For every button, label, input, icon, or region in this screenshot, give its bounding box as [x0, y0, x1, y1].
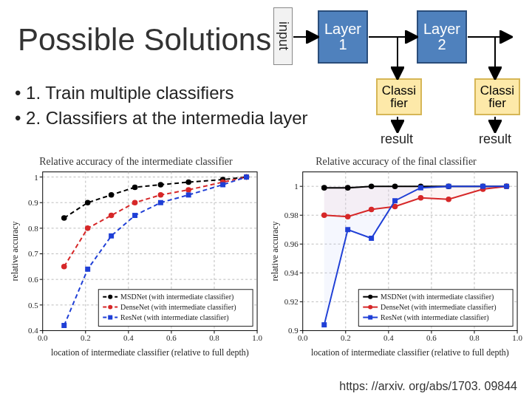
svg-point-127 [345, 214, 351, 219]
svg-text:1: 1 [34, 173, 38, 182]
svg-rect-136 [369, 236, 374, 241]
svg-rect-137 [392, 198, 398, 203]
svg-rect-69 [220, 183, 225, 188]
svg-text:0.9: 0.9 [28, 198, 38, 207]
svg-text:1.0: 1.0 [252, 333, 262, 342]
svg-point-120 [369, 183, 375, 189]
svg-point-51 [158, 182, 164, 188]
citation: https: //arxiv. org/abs/1703. 09844 [339, 380, 517, 393]
svg-rect-64 [85, 267, 90, 272]
svg-point-128 [369, 207, 375, 213]
svg-point-73 [108, 295, 112, 299]
svg-text:location of intermediate class: location of intermediate classifier (rel… [51, 347, 249, 358]
svg-rect-140 [480, 184, 485, 189]
svg-text:0.4: 0.4 [28, 326, 38, 335]
svg-point-56 [85, 225, 91, 231]
svg-text:Relative accuracy of the final: Relative accuracy of the final classifie… [316, 156, 477, 167]
svg-rect-134 [321, 322, 327, 327]
svg-text:relative accuracy: relative accuracy [270, 221, 280, 281]
svg-point-52 [185, 180, 191, 185]
svg-text:0.8: 0.8 [209, 333, 219, 342]
svg-text:0.96: 0.96 [284, 239, 299, 248]
svg-rect-70 [244, 174, 249, 180]
svg-text:ResNet (with intermediate clas: ResNet (with intermediate classifier) [120, 313, 229, 322]
svg-point-57 [109, 213, 115, 219]
chart-left: Relative accuracy of the intermediate cl… [7, 154, 265, 361]
svg-text:1: 1 [294, 182, 298, 191]
svg-text:MSDNet (with intermediate clas: MSDNet (with intermediate classifier) [381, 293, 494, 301]
svg-text:0.2: 0.2 [81, 333, 91, 342]
svg-point-131 [446, 197, 451, 202]
svg-rect-68 [186, 192, 191, 197]
bullets: • 1. Train multiple classifiers • 2. Cla… [15, 81, 308, 132]
svg-text:Relative accuracy of the inter: Relative accuracy of the intermediate cl… [39, 156, 233, 167]
svg-rect-135 [345, 227, 350, 232]
svg-point-130 [418, 195, 424, 201]
svg-point-119 [345, 185, 351, 191]
svg-point-118 [321, 185, 327, 191]
svg-text:0.0: 0.0 [38, 333, 48, 342]
svg-text:0.98: 0.98 [284, 211, 299, 219]
svg-text:MSDNet (with intermediate clas: MSDNet (with intermediate classifier) [120, 293, 233, 301]
svg-text:0.6: 0.6 [166, 333, 177, 342]
svg-text:0.2: 0.2 [341, 333, 351, 342]
svg-text:0.4: 0.4 [383, 333, 394, 342]
svg-rect-138 [418, 185, 423, 191]
bullet-1: • 1. Train multiple classifiers [15, 81, 308, 105]
svg-text:0.5: 0.5 [28, 301, 38, 310]
arrow-icon [273, 7, 525, 155]
bullet-2: • 2. Classifiers at the intermedia layer [15, 106, 308, 130]
svg-rect-66 [132, 213, 137, 218]
svg-point-47 [61, 215, 67, 221]
svg-rect-67 [158, 200, 163, 205]
svg-text:DenseNet (with intermediate cl: DenseNet (with intermediate classifier) [381, 303, 496, 312]
svg-point-59 [158, 192, 164, 198]
svg-text:0.6: 0.6 [426, 333, 437, 342]
svg-text:0.8: 0.8 [28, 224, 38, 233]
svg-point-60 [185, 187, 191, 193]
svg-rect-65 [109, 233, 114, 239]
charts: Relative accuracy of the intermediate cl… [7, 154, 525, 364]
svg-rect-139 [446, 184, 451, 189]
svg-text:1.0: 1.0 [512, 333, 522, 342]
chart-right: Relative accuracy of the final classifie… [267, 154, 525, 361]
network-diagram: input Layer 1 Layer 2 Classi fier Classi… [273, 7, 525, 148]
svg-rect-79 [108, 316, 112, 320]
svg-text:0.6: 0.6 [28, 275, 38, 284]
svg-text:0.92: 0.92 [284, 297, 299, 306]
svg-text:0.7: 0.7 [28, 249, 38, 258]
svg-point-48 [85, 200, 91, 205]
svg-text:0.4: 0.4 [123, 333, 134, 342]
svg-text:location of intermediate class: location of intermediate classifier (rel… [311, 347, 509, 358]
svg-text:ResNet (with intermediate clas: ResNet (with intermediate classifier) [381, 313, 489, 322]
svg-text:0.9: 0.9 [288, 326, 299, 335]
svg-text:relative accuracy: relative accuracy [10, 221, 20, 281]
svg-rect-63 [61, 323, 66, 328]
svg-text:0.8: 0.8 [469, 333, 480, 342]
svg-point-58 [132, 200, 138, 205]
svg-point-49 [109, 192, 115, 198]
slide-title: Possible Solutions [18, 22, 271, 58]
svg-point-147 [368, 305, 372, 310]
svg-point-121 [392, 183, 398, 189]
svg-point-76 [108, 305, 112, 310]
svg-point-144 [368, 295, 372, 299]
svg-point-126 [321, 212, 327, 218]
svg-text:0.0: 0.0 [298, 333, 308, 342]
svg-rect-150 [368, 316, 372, 320]
svg-text:0.94: 0.94 [284, 268, 299, 277]
svg-point-50 [132, 185, 138, 191]
svg-point-55 [61, 264, 67, 270]
svg-text:DenseNet (with intermediate cl: DenseNet (with intermediate classifier) [120, 303, 236, 312]
svg-rect-141 [504, 184, 509, 189]
